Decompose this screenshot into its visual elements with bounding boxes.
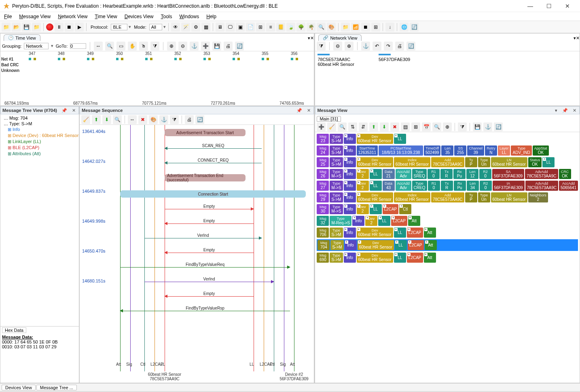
seq-canvas[interactable]: AttSigCtlL2CAPLLLLL2CAPCtlSigAtt13641.40… <box>80 125 314 383</box>
message-cell[interactable]: AccAddAdv <box>396 181 411 191</box>
menu-file[interactable]: File <box>4 14 12 19</box>
message-cell[interactable]: RxPu <box>453 169 466 179</box>
message-cell[interactable]: +Info <box>344 157 356 167</box>
message-row[interactable]: Msg30TypeM->S+Info+Dev2+LL+L2CAP+Ctl <box>317 204 578 214</box>
grouping-select[interactable]: Network <box>24 43 48 49</box>
message-cell[interactable]: +LL <box>370 181 382 191</box>
message-cell[interactable]: +Att <box>424 253 436 263</box>
seq-pin-icon[interactable]: 📌 <box>295 108 303 113</box>
message-cell[interactable]: LN60beat HR Sensor <box>491 157 527 167</box>
message-cell[interactable]: +Att <box>424 228 436 238</box>
tree-node[interactable]: ⊞ LinkLayer (LL) <box>2 139 77 145</box>
page-icon[interactable]: 📄 <box>246 23 255 32</box>
stop2-icon[interactable]: ⏹ <box>361 23 370 32</box>
mv-close[interactable]: ✕ <box>572 108 578 113</box>
mv-pin-icon[interactable]: 📌 <box>561 108 569 113</box>
message-cell[interactable]: Msg29 <box>317 192 329 202</box>
status-tab[interactable]: Devices View <box>2 385 36 390</box>
mv-anchor-icon[interactable]: ⚓ <box>483 122 492 131</box>
seq-close[interactable]: ✕ <box>306 108 312 113</box>
grid-icon[interactable]: ⊞ <box>256 23 265 32</box>
tv-zoomin-icon[interactable]: ⊕ <box>167 42 176 51</box>
message-cell[interactable]: Data21 <box>383 169 395 179</box>
mv-sort-icon[interactable]: ⇅ <box>348 122 357 131</box>
message-cell[interactable]: +Dev2 <box>357 181 369 191</box>
message-cell[interactable]: Index60beat HR Sensor <box>394 157 430 167</box>
time-view-canvas[interactable]: Net #1Bad CRCUnknown34734834935035135235… <box>0 51 314 105</box>
tv-add-icon[interactable]: ➕ <box>201 42 210 51</box>
mv-hl-icon[interactable]: ▤ <box>401 122 410 131</box>
message-row[interactable]: Msg26TypeM->S+Info+Dev2+LLData21AccAddAd… <box>317 169 578 179</box>
message-cell[interactable]: TypeM->S <box>330 169 343 179</box>
message-cell[interactable]: RetryN <box>485 145 497 156</box>
mv-filter-icon[interactable]: ⧩ <box>458 122 467 131</box>
message-cell[interactable]: +L2CAP <box>383 204 399 214</box>
menu-windows[interactable]: Windows <box>180 14 199 19</box>
message-cell[interactable]: TypeADV_IND <box>511 145 531 156</box>
message-row[interactable]: Msg29TypeS->M+Info+Dev60beat HR SensorIn… <box>317 192 578 202</box>
down-arrow-icon[interactable]: ↓ <box>385 23 394 32</box>
message-cell[interactable]: TypeCREQ <box>412 181 427 191</box>
message-cell[interactable]: +Dev60beat HR Sensor <box>357 228 393 238</box>
tree-node[interactable]: ⊞ BLE (L2CAP) <box>2 145 77 151</box>
network-node[interactable]: 56F37DFAE309 <box>379 54 410 62</box>
monitor-icon[interactable]: 🖵 <box>226 23 235 32</box>
message-cell[interactable]: Len35 <box>441 145 453 156</box>
seq-nav-icon[interactable]: ↔ <box>128 115 137 124</box>
message-row[interactable]: Msg24TypeS->M+InfoStartTime12635311PCSta… <box>317 145 578 156</box>
mv-erase-icon[interactable]: 🧹 <box>327 122 336 131</box>
message-cell[interactable]: TyP <box>465 157 477 167</box>
message-cell[interactable]: +Dev2 <box>365 216 377 226</box>
message-cell[interactable]: TypeS->M <box>330 157 343 167</box>
nv-redo-icon[interactable]: ↷ <box>384 42 393 51</box>
nv-refresh-icon[interactable]: 🔄 <box>406 42 415 51</box>
message-cell[interactable]: TypeS->M <box>330 192 343 202</box>
tv-hand-icon[interactable]: ✋ <box>128 42 137 51</box>
tree-close[interactable]: ✕ <box>71 108 77 113</box>
seq-erase-icon[interactable]: 🧹 <box>81 115 90 124</box>
zoom-icon[interactable]: 🔍 <box>317 23 326 32</box>
message-cell[interactable]: Msg690 <box>317 253 329 263</box>
chip-icon[interactable]: ▦ <box>201 23 210 32</box>
message-cell[interactable]: Msg706 <box>317 228 329 238</box>
nv-zoomout-icon[interactable]: ⊖ <box>333 42 342 51</box>
mv-del-icon[interactable]: ✖ <box>390 122 399 131</box>
mv-save-icon[interactable]: 💾 <box>473 122 482 131</box>
message-row[interactable]: Msg27TypeM->S+Info+Dev2+LLData43AccAddAd… <box>317 181 578 191</box>
nv-zoomin-icon[interactable]: ⊕ <box>345 42 354 51</box>
leaf-icon[interactable]: 🍃 <box>286 23 295 32</box>
mv-down-icon[interactable]: ⬇ <box>380 122 389 131</box>
tree-body[interactable]: … Msg: 704… Type: S->M⊞ Info⊞ Device (De… <box>0 114 79 326</box>
message-cell[interactable]: TypeS->M <box>330 240 343 250</box>
message-cell[interactable]: Msg26 <box>317 169 329 179</box>
refresh-icon[interactable]: 🔄 <box>410 23 419 32</box>
message-cell[interactable]: +LL <box>378 216 390 226</box>
message-cell[interactable]: TypeUn <box>478 192 490 202</box>
message-cell[interactable]: +Info <box>344 228 356 238</box>
message-cell[interactable]: +Dev60beat HR Sensor <box>357 192 393 202</box>
palette-icon[interactable]: 🎨 <box>327 23 336 32</box>
message-cell[interactable]: +LL <box>370 169 382 179</box>
mv-sort2-icon[interactable]: ⇵ <box>359 122 368 131</box>
tv-anchor-icon[interactable]: ⚓ <box>190 42 199 51</box>
message-cell[interactable]: Msg704 <box>318 240 330 250</box>
message-cell[interactable]: +L2CAP <box>407 253 423 263</box>
message-cell[interactable]: Msg23 <box>317 134 329 144</box>
message-cell[interactable]: +L2CAP <box>408 240 424 250</box>
folder-yellow-icon[interactable]: 📁 <box>32 23 41 32</box>
message-cell[interactable]: RxPu <box>454 181 466 191</box>
mv-zoom-icon[interactable]: 🔍 <box>432 122 441 131</box>
message-cell[interactable]: StartTime12635311 <box>357 145 378 156</box>
seq-filter-icon[interactable]: ⧩ <box>170 115 179 124</box>
mv-grid-icon[interactable]: ⊞ <box>411 122 420 131</box>
tv-cursor-icon[interactable]: 🖱 <box>139 42 148 51</box>
play-button[interactable]: ▶ <box>75 23 84 32</box>
tree-icon[interactable]: 🌳 <box>296 23 305 32</box>
maximize-button[interactable]: ☐ <box>540 1 558 11</box>
message-cell[interactable]: +Info <box>344 204 356 214</box>
message-cell[interactable]: TypeS->M <box>330 145 343 156</box>
mv-cal-icon[interactable]: 📅 <box>422 122 431 131</box>
message-cell[interactable]: SA56F37DFAE309 <box>492 169 524 179</box>
wifi-icon[interactable]: 📶 <box>351 23 360 32</box>
seq-down-icon[interactable]: ⬇ <box>102 115 111 124</box>
